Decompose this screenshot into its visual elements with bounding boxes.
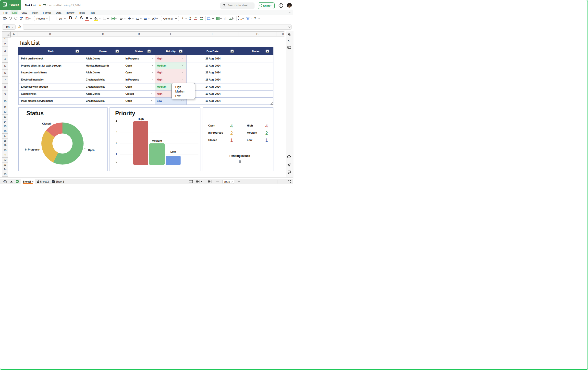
svg-text:A: A bbox=[152, 17, 154, 20]
